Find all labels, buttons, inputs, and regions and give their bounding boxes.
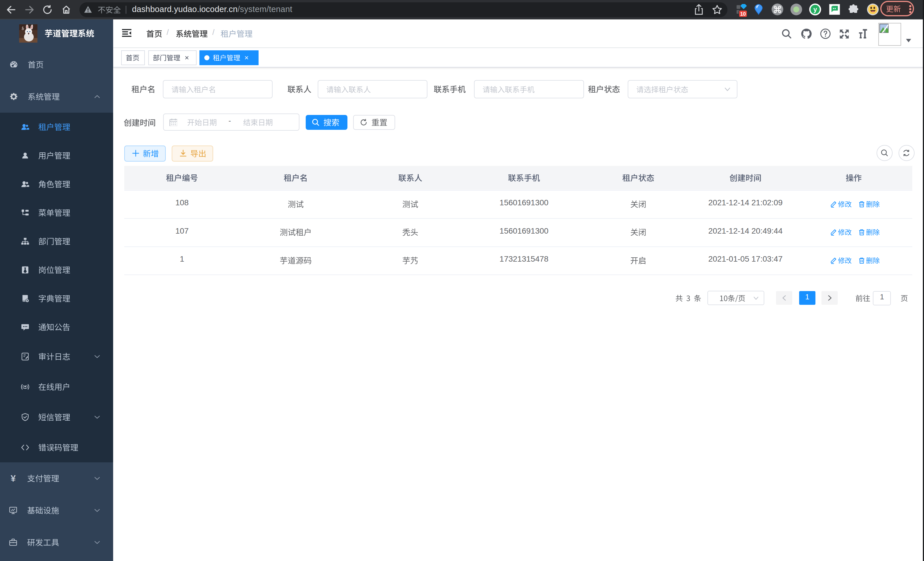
svg-text:¥: ¥ [10, 474, 16, 483]
svg-text:y: y [813, 6, 817, 13]
